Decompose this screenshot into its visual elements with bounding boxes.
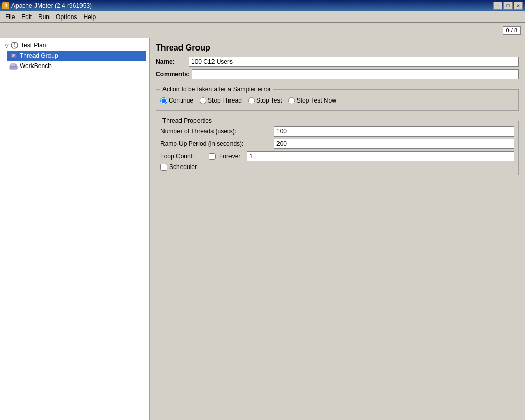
title-bar-left: J Apache JMeter (2.4 r961953) (2, 2, 92, 9)
loop-count-input[interactable] (247, 151, 514, 161)
radio-stop-test-input[interactable] (248, 97, 255, 104)
menu-options[interactable]: Options (53, 12, 80, 22)
radio-stop-test-now-label: Stop Test Now (297, 97, 336, 104)
ramp-up-row: Ramp-Up Period (in seconds): (160, 139, 514, 149)
radio-stop-test-now-input[interactable] (288, 97, 295, 104)
comments-input[interactable] (192, 69, 519, 79)
num-threads-input[interactable] (274, 126, 514, 137)
action-section: Action to be taken after a Sampler error… (152, 82, 523, 114)
title-bar: J Apache JMeter (2.4 r961953) − □ ✕ (0, 0, 525, 11)
radio-stop-thread-label: Stop Thread (208, 97, 242, 104)
scheduler-row: Scheduler (160, 163, 514, 171)
svg-rect-8 (11, 64, 16, 66)
forever-checkbox[interactable] (209, 153, 216, 160)
test-plan-label: Test Plan (21, 42, 46, 49)
main-content: ▽ Test Plan (0, 38, 525, 420)
tree-item-workbench[interactable]: WorkBench (7, 61, 146, 71)
menu-edit[interactable]: Edit (18, 12, 35, 22)
comments-label: Comments: (156, 71, 190, 78)
name-label: Name: (156, 58, 187, 65)
radio-continue[interactable]: Continue (160, 97, 193, 104)
thread-props-section: Thread Properties Number of Threads (use… (152, 114, 523, 178)
toolbar: 0 / 8 (0, 23, 525, 38)
window-controls: − □ ✕ (493, 2, 523, 10)
radio-stop-thread[interactable]: Stop Thread (200, 97, 242, 104)
radio-continue-label: Continue (169, 97, 193, 104)
action-legend: Action to be taken after a Sampler error (160, 86, 273, 93)
radio-stop-test[interactable]: Stop Test (248, 97, 282, 104)
num-threads-row: Number of Threads (users): (160, 126, 514, 137)
radio-continue-input[interactable] (160, 97, 167, 104)
radio-row: Continue Stop Thread Stop Test Stop (160, 95, 514, 106)
minimize-button[interactable]: − (493, 2, 502, 10)
thread-group-label: Thread Group (20, 52, 58, 59)
window-title: Apache JMeter (2.4 r961953) (11, 2, 92, 9)
loop-row: Loop Count: Forever (160, 151, 514, 161)
radio-stop-thread-input[interactable] (200, 97, 206, 104)
ramp-up-input[interactable] (274, 139, 514, 149)
name-input[interactable] (189, 57, 519, 67)
thread-group-icon (9, 52, 18, 60)
tree-item-thread-group[interactable]: Thread Group (7, 51, 146, 61)
radio-stop-test-now[interactable]: Stop Test Now (288, 97, 336, 104)
panel-title: Thread Group (152, 40, 523, 56)
menu-file[interactable]: File (2, 12, 18, 22)
test-plan-icon (10, 41, 19, 49)
name-section: Name: Comments: (152, 56, 523, 82)
close-button[interactable]: ✕ (514, 2, 523, 10)
workbench-label: WorkBench (20, 62, 52, 70)
svg-point-2 (14, 46, 15, 47)
menu-help[interactable]: Help (80, 12, 99, 22)
maximize-button[interactable]: □ (503, 2, 513, 10)
loop-count-label: Loop Count: (160, 153, 207, 160)
menu-run[interactable]: Run (35, 12, 53, 22)
scheduler-label: Scheduler (169, 163, 197, 171)
app-icon: J (2, 2, 9, 9)
workbench-icon (9, 62, 18, 70)
tree-item-test-plan[interactable]: ▽ Test Plan (2, 40, 146, 51)
num-threads-label: Number of Threads (users): (160, 128, 274, 135)
menu-bar: File Edit Run Options Help (0, 11, 525, 23)
comments-row: Comments: (156, 69, 519, 79)
name-row: Name: (156, 57, 519, 67)
tree-toggle-test-plan[interactable]: ▽ (4, 43, 9, 48)
thread-props-legend: Thread Properties (160, 117, 214, 124)
ramp-up-label: Ramp-Up Period (in seconds): (160, 140, 274, 147)
tree-area: ▽ Test Plan (0, 38, 149, 73)
radio-stop-test-label: Stop Test (256, 97, 282, 104)
counter-display: 0 / 8 (503, 26, 521, 35)
left-panel: ▽ Test Plan (0, 38, 150, 420)
scheduler-checkbox[interactable] (160, 164, 167, 171)
panel-container: Thread Group Name: Comments: Action to b… (152, 40, 523, 178)
forever-label: Forever (219, 153, 240, 160)
right-panel: Thread Group Name: Comments: Action to b… (150, 38, 525, 420)
action-fieldset: Action to be taken after a Sampler error… (156, 86, 519, 111)
loop-count-row: Loop Count: Forever (160, 151, 514, 161)
thread-props-fieldset: Thread Properties Number of Threads (use… (156, 117, 519, 175)
